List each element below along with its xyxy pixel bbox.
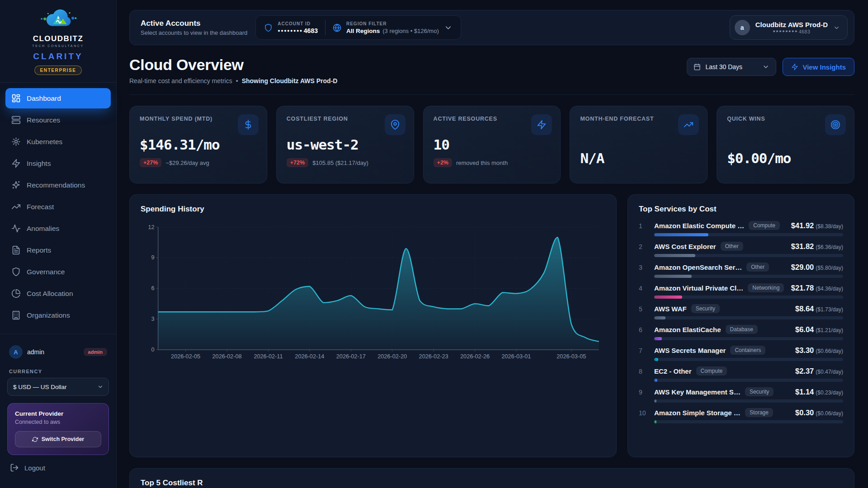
brand-product: CLARITY [0, 52, 116, 61]
globe-icon [333, 23, 341, 32]
page-header: Cloud Overview Real-time cost and effici… [129, 56, 854, 95]
server-icon [11, 115, 21, 125]
service-cost-bar [654, 358, 843, 361]
service-cost-bar [654, 296, 843, 299]
account-info-box: ACCOUNT ID ●●●●●●●●4683 REGION FILTER Al… [255, 15, 461, 40]
provider-subtitle: Connected to aws [15, 419, 101, 425]
stat-card-icon-box [825, 114, 846, 135]
sidebar-item-label: Organizations [27, 311, 70, 319]
service-rank: 8 [639, 366, 649, 382]
sidebar-item-organizations[interactable]: Organizations [5, 305, 111, 325]
service-cost-bar [654, 275, 843, 278]
calendar-icon [693, 63, 701, 70]
sidebar-item-label: Kubernetes [27, 138, 62, 146]
provider-title: Current Provider [15, 410, 101, 417]
stat-card-value: $146.31/mo [140, 136, 257, 153]
account-name: Cloudbitz AWS Prod-D [755, 21, 828, 28]
top-services-list: 1Amazon Elastic Compute …Compute$41.92($… [639, 221, 843, 423]
sidebar: CLOUDBITZ TECH CONSULTANCY CLARITY ENTER… [0, 0, 117, 488]
account-menu[interactable]: a Cloudbitz AWS Prod-D ●●●●●●●●4683 [730, 15, 848, 40]
service-category-tag: Containers [730, 346, 765, 355]
page-title: Cloud Overview [129, 56, 337, 74]
service-category-tag: Compute [696, 366, 727, 375]
account-masked-id: ●●●●●●●●4683 [755, 29, 828, 34]
stat-cards-row: MONTHLY SPEND (MTD)$146.31/mo+27%~$29.26… [129, 106, 854, 183]
service-cost-bar [654, 254, 843, 257]
sidebar-item-governance[interactable]: Governance [5, 262, 111, 282]
service-category-tag: Other [746, 263, 769, 272]
stat-card-monthly-spend-mtd: MONTHLY SPEND (MTD)$146.31/mo+27%~$29.26… [129, 106, 267, 183]
svg-text:2026-02-11: 2026-02-11 [254, 354, 283, 360]
service-row-aws-secrets-manager[interactable]: 7AWS Secrets ManagerContainers$3.30($0.6… [639, 346, 843, 361]
svg-text:2026-02-23: 2026-02-23 [419, 354, 448, 360]
user-name: admin [27, 348, 44, 356]
spending-history-chart: 0369122026-02-052026-02-082026-02-112026… [141, 221, 605, 366]
service-row-aws-key-management-s[interactable]: 9AWS Key Management S…Security$1.14($0.2… [639, 387, 843, 403]
stat-card-value: $0.00/mo [727, 150, 844, 166]
activity-icon [11, 224, 21, 233]
sidebar-item-dashboard[interactable]: Dashboard [5, 88, 111, 108]
svg-text:2026-02-08: 2026-02-08 [212, 354, 242, 360]
building-icon [11, 310, 21, 320]
sidebar-item-recommendations[interactable]: Recommendations [5, 175, 111, 195]
sidebar-item-resources[interactable]: Resources [5, 110, 111, 130]
view-insights-button[interactable]: View Insights [783, 58, 854, 76]
service-cost: $41.92 [791, 221, 814, 230]
brand-name: CLOUDBITZ [0, 34, 116, 43]
user-row[interactable]: A admin admin [9, 345, 107, 359]
chevron-down-icon [444, 23, 453, 32]
service-row-amazon-elasticache[interactable]: 6Amazon ElastiCacheDatabase$6.04($1.21/d… [639, 325, 843, 340]
sidebar-item-anomalies[interactable]: Anomalies [5, 218, 111, 239]
trend-badge: +2% [434, 158, 452, 167]
service-row-aws-cost-explorer[interactable]: 2AWS Cost ExplorerOther$31.82($6.36/day) [639, 242, 843, 257]
service-rank: 1 [639, 221, 649, 236]
service-row-aws-waf[interactable]: 5AWS WAFSecurity$8.64($1.73/day) [639, 304, 843, 319]
stat-card-note: removed this month [456, 160, 508, 166]
sidebar-item-insights[interactable]: Insights [5, 153, 111, 174]
service-cost-bar-fill [654, 275, 692, 278]
stat-card-icon-box [238, 114, 259, 135]
refresh-icon [32, 436, 38, 442]
service-cost-per-day: ($5.80/day) [816, 265, 843, 271]
currency-select[interactable]: $ USD — US Dollar [7, 378, 109, 396]
service-cost-bar-fill [654, 254, 695, 257]
currency-label: CURRENCY [9, 369, 107, 374]
provider-card: Current Provider Connected to aws Switch… [7, 403, 109, 455]
sidebar-item-label: Recommendations [27, 181, 85, 189]
switch-provider-button[interactable]: Switch Provider [15, 431, 101, 447]
target-icon [830, 120, 840, 130]
stat-card-month-end-forecast: MONTH-END FORECASTN/A [570, 106, 708, 183]
date-range-select[interactable]: Last 30 Days [687, 58, 776, 76]
file-text-icon [11, 245, 21, 255]
svg-text:6: 6 [151, 285, 154, 291]
service-cost-bar-fill [654, 316, 665, 319]
avatar: a [735, 20, 750, 35]
sidebar-item-kubernetes[interactable]: Kubernetes [5, 131, 111, 152]
service-rank: 4 [639, 283, 649, 299]
service-name: AWS WAF [654, 305, 687, 313]
service-rank: 6 [639, 325, 649, 340]
service-cost: $8.64 [795, 305, 814, 313]
service-row-ec2-other[interactable]: 8EC2 - OtherCompute$2.37($0.47/day) [639, 366, 843, 382]
service-cost-bar [654, 233, 843, 236]
service-row-amazon-virtual-private-cl[interactable]: 4Amazon Virtual Private Cl…Networking$21… [639, 283, 843, 299]
svg-text:2026-02-20: 2026-02-20 [377, 354, 407, 360]
svg-text:2026-03-05: 2026-03-05 [557, 354, 586, 360]
sidebar-item-cost-allocation[interactable]: Cost Allocation [5, 283, 111, 304]
sidebar-item-forecast[interactable]: Forecast [5, 197, 111, 217]
service-row-amazon-elastic-compute[interactable]: 1Amazon Elastic Compute …Compute$41.92($… [639, 221, 843, 236]
service-cost-bar [654, 399, 843, 403]
logout-button[interactable]: Logout [10, 463, 106, 472]
service-cost-per-day: ($1.21/day) [816, 327, 843, 333]
sidebar-item-reports[interactable]: Reports [5, 240, 111, 260]
service-row-amazon-simple-storage[interactable]: 10Amazon Simple Storage …Storage$0.30($0… [639, 408, 843, 423]
cloudbitz-logo [0, 5, 116, 33]
service-rank: 10 [639, 408, 649, 423]
top-services-title: Top Services by Cost [639, 205, 843, 214]
sidebar-item-label: Resources [27, 116, 60, 124]
region-filter-dropdown[interactable]: REGION FILTER All Regions(3 regions • $1… [333, 21, 453, 34]
service-row-amazon-opensearch-ser[interactable]: 3Amazon OpenSearch Ser…Other$29.00($5.80… [639, 263, 843, 278]
service-category-tag: Networking [748, 283, 784, 292]
trend-badge: +27% [140, 158, 161, 167]
chart-title: Spending History [141, 205, 605, 214]
